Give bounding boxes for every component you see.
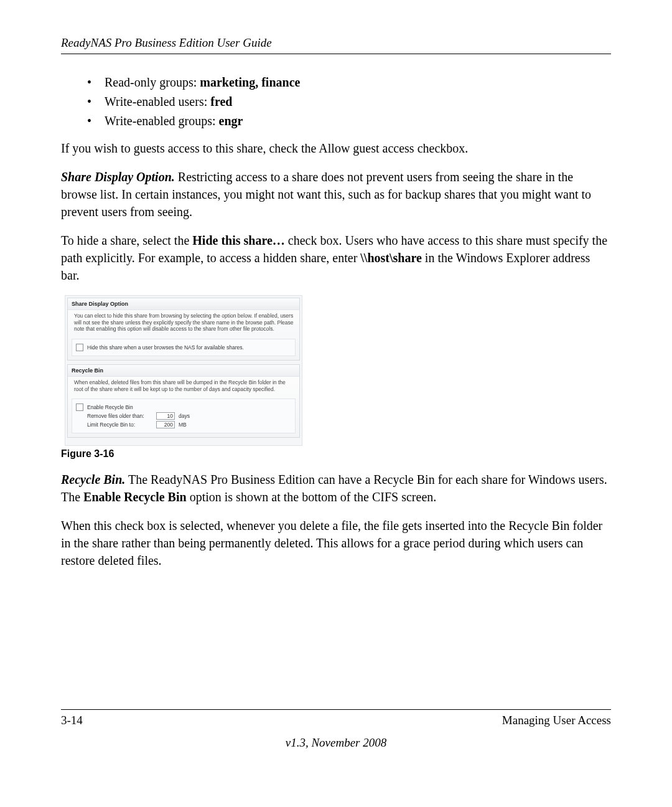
panel-controls: Hide this share when a user browses the … — [72, 339, 296, 356]
paragraph-recycle-bin: Recycle Bin. The ReadyNAS Pro Business E… — [61, 471, 611, 506]
page-footer: 3-14 Managing User Access v1.3, November… — [61, 709, 611, 750]
text-d-bold: \\host\share — [360, 251, 422, 265]
enable-recycle-label: Enable Recycle Bin — [87, 404, 133, 410]
panel-share-display: Share Display Option You can elect to hi… — [67, 298, 300, 361]
paragraph-share-display: Share Display Option. Restricting access… — [61, 168, 611, 220]
text-a: To hide a share, select the — [61, 234, 192, 247]
panel-description: You can elect to hide this share from br… — [68, 310, 299, 336]
limit-bin-input[interactable]: 200 — [156, 421, 175, 428]
text-b-bold: Enable Recycle Bin — [83, 490, 187, 504]
limit-bin-unit: MB — [179, 422, 187, 428]
list-item-prefix: Write-enabled groups: — [105, 114, 219, 128]
bullet-list: Read-only groups: marketing, finance Wri… — [61, 73, 611, 131]
remove-older-label: Remove files older than: — [87, 413, 152, 419]
paragraph-grace-period: When this check box is selected, wheneve… — [61, 517, 611, 569]
enable-recycle-checkbox[interactable] — [76, 404, 83, 411]
text-c: option is shown at the bottom of the CIF… — [187, 490, 437, 504]
hide-share-checkbox[interactable] — [76, 344, 83, 351]
page-number: 3-14 — [61, 714, 83, 727]
list-item-prefix: Write-enabled users: — [105, 95, 210, 108]
list-item: Write-enabled groups: engr — [101, 111, 611, 131]
hide-share-label: Hide this share when a user browses the … — [87, 344, 244, 351]
remove-older-unit: days — [179, 413, 190, 419]
footer-section: Managing User Access — [502, 714, 611, 727]
text-b-bold: Hide this share… — [192, 234, 285, 247]
footer-rule — [61, 709, 611, 710]
remove-older-input[interactable]: 10 — [156, 412, 175, 420]
list-item-prefix: Read-only groups: — [105, 75, 200, 89]
run-in-heading: Share Display Option. — [61, 170, 175, 184]
footer-version: v1.3, November 2008 — [61, 736, 611, 750]
panel-recycle-bin: Recycle Bin When enabled, deleted files … — [67, 364, 300, 438]
panel-controls: Enable Recycle Bin Remove files older th… — [72, 399, 296, 433]
header-rule — [61, 54, 611, 54]
figure-caption: Figure 3-16 — [61, 448, 611, 460]
screenshot: Share Display Option You can elect to hi… — [65, 295, 302, 446]
paragraph-guest: If you wish to guests access to this sha… — [61, 139, 611, 157]
panel-description: When enabled, deleted files from this sh… — [68, 377, 299, 396]
limit-bin-label: Limit Recycle Bin to: — [87, 422, 152, 428]
panel-title: Recycle Bin — [68, 365, 299, 377]
paragraph-hide-share: To hide a share, select the Hide this sh… — [61, 232, 611, 284]
run-in-heading: Recycle Bin. — [61, 473, 125, 486]
list-item: Read-only groups: marketing, finance — [101, 73, 611, 92]
list-item-bold: fred — [210, 95, 232, 108]
list-item-bold: marketing, finance — [200, 75, 300, 89]
list-item-bold: engr — [219, 114, 243, 128]
panel-title: Share Display Option — [68, 298, 299, 310]
running-header: ReadyNAS Pro Business Edition User Guide — [61, 36, 611, 50]
list-item: Write-enabled users: fred — [101, 92, 611, 111]
